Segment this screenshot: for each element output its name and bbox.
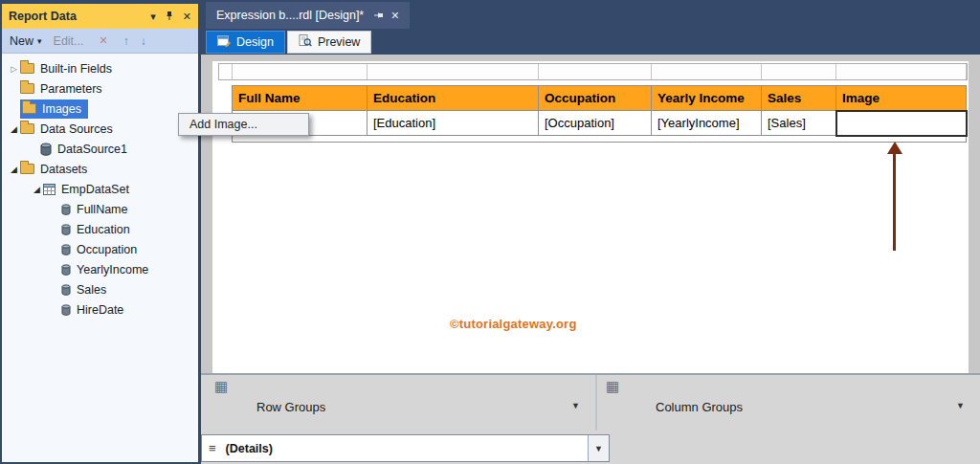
field-icon xyxy=(61,244,71,255)
images-context-menu: Add Image... xyxy=(178,113,309,136)
details-group-dropdown[interactable]: ≡ (Details) ▼ xyxy=(201,434,610,462)
arrow-shaft xyxy=(893,154,896,251)
chevron-down-icon[interactable]: ▼ xyxy=(956,401,965,410)
tree-item-datasets[interactable]: ◢ Datasets xyxy=(2,159,198,179)
pin-icon[interactable] xyxy=(165,11,174,23)
report-data-panel: Report Data ▾ ✕ New ▾ Edit... ✕ ↑ ↓ ▷ Bu… xyxy=(2,4,198,462)
folder-icon xyxy=(20,123,34,134)
report-page[interactable]: Full Name Education Occupation Yearly In… xyxy=(212,61,969,373)
document-tab-strip: Expression b....rdl [Design]* ✕ xyxy=(198,0,980,29)
column-handle[interactable] xyxy=(762,64,836,79)
header-cell-full-name[interactable]: Full Name xyxy=(233,86,368,111)
expander-expanded-icon[interactable]: ◢ xyxy=(8,165,20,174)
data-cell-yearlyincome[interactable]: [YearlyIncome] xyxy=(652,111,762,136)
tablix-data-row: [FullName] [Education] [Occupation] [Yea… xyxy=(233,111,967,136)
field-icon xyxy=(61,284,71,296)
tree-item-empdataset[interactable]: ◢ EmpDataSet xyxy=(2,179,198,199)
document-tab[interactable]: Expression b....rdl [Design]* ✕ xyxy=(206,2,410,29)
tree-item-label: FullName xyxy=(76,203,128,216)
tree-item-label: Built-in Fields xyxy=(39,62,112,76)
data-cell-education[interactable]: [Education] xyxy=(368,111,539,136)
new-button[interactable]: New ▾ xyxy=(10,34,42,48)
folder-icon xyxy=(20,83,34,94)
folder-icon xyxy=(20,63,34,74)
arrow-head xyxy=(887,142,902,154)
pin-icon[interactable] xyxy=(370,11,384,20)
tree-item-parameters[interactable]: Parameters xyxy=(2,78,198,99)
folder-icon xyxy=(20,164,34,174)
row-groups-section: ▦ Row Groups ▼ xyxy=(201,375,595,431)
chevron-down-icon[interactable]: ▼ xyxy=(571,401,580,410)
grid-icon: ▦ xyxy=(606,379,619,393)
view-toolbar: Design Preview xyxy=(198,29,980,55)
tree-item-yearlyincome[interactable]: YearlyIncome xyxy=(2,259,198,279)
data-cell-image-selected[interactable] xyxy=(836,111,967,136)
data-cell-occupation[interactable]: [Occupation] xyxy=(539,111,652,136)
menu-lines-icon: ≡ xyxy=(209,441,216,455)
header-cell-occupation[interactable]: Occupation xyxy=(539,86,652,111)
preview-icon xyxy=(299,34,312,50)
tree-item-datasource1[interactable]: DataSource1 xyxy=(2,139,198,159)
report-tablix: Full Name Education Occupation Yearly In… xyxy=(232,85,968,143)
move-up-icon[interactable]: ↑ xyxy=(123,34,129,48)
expander-expanded-icon[interactable]: ◢ xyxy=(8,124,20,134)
grouping-pane-divider xyxy=(595,375,597,431)
tree-item-fullname[interactable]: FullName xyxy=(2,199,198,219)
row-groups-label: Row Groups xyxy=(256,400,325,414)
close-icon[interactable]: ✕ xyxy=(390,10,399,22)
data-cell-sales[interactable]: [Sales] xyxy=(762,111,836,136)
field-icon xyxy=(61,204,71,215)
tablix-bottom-cell[interactable] xyxy=(233,136,967,143)
tree-item-education[interactable]: Education xyxy=(2,219,198,239)
header-cell-image[interactable]: Image xyxy=(836,86,967,111)
window-menu-icon[interactable]: ▾ xyxy=(150,11,156,22)
header-cell-education[interactable]: Education xyxy=(368,86,539,111)
panel-title: Report Data xyxy=(9,10,142,23)
preview-view-button[interactable]: Preview xyxy=(287,31,371,54)
menu-item-add-image[interactable]: Add Image... xyxy=(179,114,308,135)
field-icon xyxy=(61,304,71,316)
column-handle[interactable] xyxy=(233,64,368,79)
tree-item-label: YearlyIncome xyxy=(76,263,148,276)
report-data-panel-header[interactable]: Report Data ▾ ✕ xyxy=(2,4,198,29)
column-handle[interactable] xyxy=(836,64,967,79)
expander-expanded-icon[interactable]: ◢ xyxy=(31,185,43,194)
preview-view-label: Preview xyxy=(318,35,360,49)
tree-item-built-in-fields[interactable]: ▷ Built-in Fields xyxy=(2,58,198,78)
design-view-label: Design xyxy=(236,35,274,49)
column-groups-label: Column Groups xyxy=(656,400,743,414)
selected-tree-item[interactable]: Images xyxy=(20,99,88,119)
tree-item-data-sources[interactable]: ◢ Data Sources xyxy=(2,119,198,139)
tablix-corner-handle[interactable] xyxy=(219,64,233,79)
header-cell-sales[interactable]: Sales xyxy=(762,86,836,111)
app-window: Report Data ▾ ✕ New ▾ Edit... ✕ ↑ ↓ ▷ Bu… xyxy=(0,0,980,464)
tree-item-occupation[interactable]: Occupation xyxy=(2,239,198,259)
tablix-column-handles xyxy=(218,63,968,80)
field-icon xyxy=(61,264,71,276)
details-dropdown-arrow[interactable]: ▼ xyxy=(588,435,609,461)
tree-item-hiredate[interactable]: HireDate xyxy=(2,299,198,320)
column-handle[interactable] xyxy=(652,64,762,79)
column-handle[interactable] xyxy=(539,64,652,79)
grouping-pane: ▦ Row Groups ▼ ▦ Column Groups ▼ ≡ (Deta… xyxy=(201,373,980,464)
tree-item-images[interactable]: Images xyxy=(2,99,198,119)
grid-icon: ▦ xyxy=(214,379,228,393)
chevron-down-icon: ▾ xyxy=(37,36,42,46)
column-groups-section: ▦ Column Groups ▼ xyxy=(598,375,980,431)
header-cell-yearly-income[interactable]: Yearly Income xyxy=(652,86,762,111)
design-icon xyxy=(217,34,231,50)
delete-icon[interactable]: ✕ xyxy=(100,34,108,47)
column-handle[interactable] xyxy=(368,64,539,79)
annotation-arrow-up xyxy=(887,142,902,253)
tree-item-label: DataSource1 xyxy=(56,143,127,156)
tablix-header-row: Full Name Education Occupation Yearly In… xyxy=(233,86,967,111)
close-icon[interactable]: ✕ xyxy=(183,11,191,22)
design-view-button[interactable]: Design xyxy=(206,31,285,54)
tree-item-sales[interactable]: Sales xyxy=(2,279,198,299)
move-down-icon[interactable]: ↓ xyxy=(141,34,146,48)
document-tab-label: Expression b....rdl [Design]* xyxy=(216,9,364,22)
expander-collapsed-icon[interactable]: ▷ xyxy=(8,64,20,74)
tree-item-label: Data Sources xyxy=(39,122,113,136)
edit-button[interactable]: Edit... xyxy=(54,34,84,48)
tree-item-label: Sales xyxy=(76,283,106,297)
